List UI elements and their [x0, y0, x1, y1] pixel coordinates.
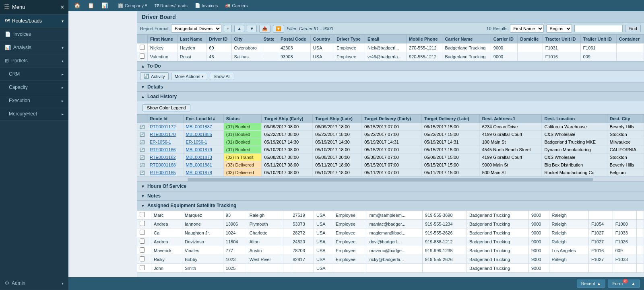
routes-loads-nav-button[interactable]: 🗺 Routes/Loads [151, 2, 191, 9]
report-format-select[interactable]: Badgerland Drivers [171, 25, 221, 33]
load-history-row[interactable]: 🔄 RTE0001170 MBL0001885 (01) Booked 05/2… [137, 131, 644, 138]
cell-type: Employee [333, 246, 367, 255]
load-history-row[interactable]: 🔄 RTE0001162 MBL0001873 (02) In Transit … [137, 154, 644, 161]
lh-col-del-late: Target Delivery (Late) [421, 115, 479, 123]
lh-cell-route: RTE0001170 [147, 131, 184, 138]
table-row[interactable]: Valentino Rossi 46 Salinas 93908 USA Emp… [137, 52, 644, 61]
load-history-row[interactable]: 🔄 RTE0001165 MBL0001878 (03) Delivered 0… [137, 169, 644, 177]
activity-button[interactable]: 🔄 Activity [140, 72, 169, 80]
hamburger-icon[interactable]: ☰ [4, 3, 10, 11]
sidebar-item-capacity[interactable]: Capacity ▸ [0, 81, 68, 94]
sidebar-item-invoices[interactable]: 📄 Invoices [0, 28, 68, 41]
lh-cell-ship-early: 05/22/2017 08:00 [262, 131, 313, 138]
lh-cell-load: MBL0001878 [183, 169, 223, 177]
satellite-section-header[interactable]: ▼ Assigned Equipment Satellite Tracking [137, 201, 644, 210]
load-history-row[interactable]: 🔄 RTE0001166 MBL0001879 (01) Booked 05/1… [137, 146, 644, 154]
row-checkbox[interactable] [137, 228, 151, 237]
col-tractor-unit-id: Tractor Unit ID [543, 35, 580, 43]
export-button[interactable]: 📤 [259, 25, 270, 33]
cell-city: Owensboro [231, 43, 261, 52]
row-checkbox[interactable] [137, 255, 151, 264]
nav-button-3[interactable]: 📊 [98, 1, 111, 10]
table-row[interactable]: Marc Marquez 93 Raleigh 27519 USA Employ… [137, 211, 644, 220]
nav-up-button[interactable]: ▲ [234, 25, 244, 32]
table-row[interactable]: John Smith 1025 USA Badgerland Trucking … [137, 264, 644, 273]
analysis-icon: 📊 [5, 45, 11, 50]
cell-country: USA [314, 237, 333, 246]
show-legend-button[interactable]: Show Color Legend [142, 104, 190, 111]
table-row[interactable]: Maverick Vinales 777 Austin 78703 USA Em… [137, 246, 644, 255]
recent-button[interactable]: Recent ▲ [577, 280, 606, 288]
show-all-button[interactable]: Show All [210, 73, 234, 80]
row-checkbox[interactable] [137, 220, 151, 228]
search-field-select[interactable]: First Name [510, 25, 544, 33]
table-row[interactable]: Ricky Bobby 1023 West River 82817 USA Em… [137, 255, 644, 264]
cell-state [261, 43, 278, 52]
cell-state [283, 237, 290, 246]
lh-cell-load: MBL0001885 [183, 131, 223, 138]
home-button[interactable]: 🏠 [71, 1, 84, 10]
cell-tractor: F1027 [588, 255, 613, 264]
details-section-header[interactable]: ▼ Details [137, 82, 644, 92]
sidebar-item-execution[interactable]: Execution ▸ [0, 94, 68, 107]
sidebar-item-mercuryfleet[interactable]: MercuryFleet ▸ [0, 107, 68, 121]
more-actions-button[interactable]: More Actions ▾ [171, 73, 208, 80]
nav-button-2[interactable]: 📋 [85, 1, 97, 10]
table-row[interactable]: Andrea Iannone 13906 Plymouth 53073 USA … [137, 220, 644, 228]
notes-section-header[interactable]: ▼ Notes [137, 191, 644, 201]
close-icon[interactable]: ✕ [60, 4, 64, 10]
load-legend-area: Show Color Legend [137, 101, 644, 114]
row-checkbox[interactable] [137, 264, 151, 273]
cell-tractor: F1054 [588, 220, 613, 228]
sidebar-item-routes-loads[interactable]: 🗺 Routes/Loads ▾ [0, 14, 68, 28]
cell-type: Employee [334, 52, 365, 61]
row-checkbox[interactable] [137, 43, 148, 52]
load-history-row[interactable]: 🔄 ER-1056-1 ER-1056-1 (01) Booked 05/19/… [137, 138, 644, 146]
company-nav-button[interactable]: 🏢 Company ▾ [115, 2, 151, 9]
report-toolbar: Report Format Badgerland Drivers + ▲ ▼ 📤… [137, 23, 644, 35]
row-checkbox[interactable] [137, 211, 151, 220]
row-checkbox[interactable] [137, 246, 151, 255]
load-history-table: Route Id Exe. Load Id # Status Target Sh… [137, 114, 644, 177]
table-row[interactable]: Nickey Hayden 69 Owensboro 42303 USA Emp… [137, 43, 644, 52]
add-report-button[interactable]: + [224, 25, 232, 32]
lh-row-icon: 🔄 [137, 169, 147, 177]
table-row[interactable]: Cal Naughton Jr. 1024 Charlotte 28272 US… [137, 228, 644, 237]
lh-col-addr: Dest. Address 1 [479, 115, 542, 123]
search-operator-select[interactable]: Begins [546, 25, 572, 33]
sidebar-item-admin[interactable]: ⚙ Admin ▾ [0, 277, 68, 290]
filter-button[interactable]: 🔽 [273, 25, 284, 33]
sidebar-header[interactable]: ☰ Menu ✕ [0, 0, 68, 14]
cell-state [283, 211, 290, 220]
load-history-section-header[interactable]: ▲ Load History [137, 92, 644, 101]
carriers-nav-button[interactable]: 🚛 Carriers [222, 2, 251, 9]
cell-type [333, 264, 367, 273]
cell-carrier: Badgerland Trucking [467, 255, 529, 264]
lh-cell-route: RTE0001165 [147, 169, 184, 177]
form-button[interactable]: Form 0 ▲ [608, 280, 640, 288]
todo-section-header[interactable]: ▲ To-Do [137, 61, 644, 71]
chevron-right-icon: ▸ [62, 99, 64, 103]
find-button[interactable]: Find [625, 25, 641, 32]
lh-cell-route: RTE0001168 [147, 161, 184, 169]
cell-carrier: Badgerland Trucking [467, 237, 529, 246]
search-input[interactable] [574, 25, 623, 32]
load-history-row[interactable]: 🔄 RTE0001172 MBL0001887 (01) Booked 06/0… [137, 123, 644, 131]
sidebar-item-crm[interactable]: CRM ▸ [0, 68, 68, 81]
cell-trailer: F1033 [613, 228, 637, 237]
lh-cell-city: Beverly Hills [607, 123, 644, 131]
horizontal-scrollbar[interactable] [137, 177, 644, 181]
hours-of-service-header[interactable]: ▼ Hours Of Service [137, 181, 644, 191]
load-history-row[interactable]: 🔄 RTE0001168 MBL0001881 (03) Delivered 0… [137, 161, 644, 169]
cell-domicile: Raleigh [549, 255, 588, 264]
sidebar-item-analysis[interactable]: 📊 Analysis ▾ [0, 41, 68, 54]
sidebar-item-portlets[interactable]: ⊞ Portlets ▴ [0, 54, 68, 68]
row-checkbox[interactable] [137, 52, 148, 61]
nav-down-button[interactable]: ▼ [247, 25, 257, 32]
cell-container [637, 228, 644, 237]
lh-cell-load: MBL0001879 [183, 146, 223, 154]
invoices-nav-button[interactable]: 📄 Invoices [192, 2, 221, 9]
table-row[interactable]: Andrea Dovizioso 11804 Alton 24520 USA E… [137, 237, 644, 246]
row-checkbox[interactable] [137, 237, 151, 246]
cell-tractor [588, 264, 613, 273]
